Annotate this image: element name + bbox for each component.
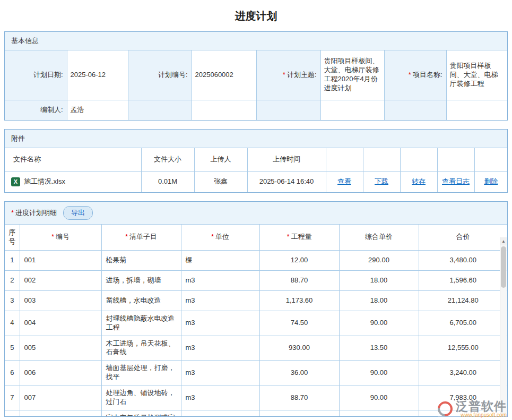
cell-code: 004 [20, 311, 101, 336]
plan-date-value: 2025-06-12 [67, 50, 128, 100]
cell-total: 7,750.00 [419, 410, 507, 417]
empty-label-cell [384, 100, 446, 120]
cell-unit: m3 [181, 311, 259, 336]
cell-index: 8 [5, 410, 20, 417]
col-action-empty [474, 148, 507, 171]
required-mark: * [287, 233, 289, 241]
required-mark: * [11, 209, 14, 217]
attachment-action-delete[interactable]: 删除 [484, 177, 498, 185]
details-col-unit-price: 综合单价 [339, 225, 419, 250]
empty-label-cell [256, 100, 320, 120]
scroll-up-icon[interactable]: ▲ [500, 237, 507, 245]
details-table: 序号*编号*清单子目*单位*工程量综合单价合价 1001松果菊棵12.00290… [5, 225, 507, 417]
project-name-label: *项目名称: [384, 50, 446, 100]
export-button[interactable]: 导出 [63, 206, 93, 220]
cell-unit-price: 90.00 [339, 311, 419, 336]
project-name-label-text: 项目名称: [413, 71, 442, 79]
attachment-action-cell: 查看 [326, 171, 363, 192]
details-header: *进度计划明细 导出 [5, 202, 507, 225]
empty-value-cell [446, 100, 507, 120]
cell-total: 1,596.60 [419, 270, 507, 290]
attachments-header-row: 文件名称 文件大小 上传人 上传时间 [5, 148, 507, 171]
details-scrollbar[interactable]: ▲ [500, 237, 507, 416]
cell-unit-price: 90.00 [339, 361, 419, 385]
cell-index: 5 [5, 336, 20, 361]
cell-index: 7 [5, 385, 20, 410]
attachments-table: 文件名称 文件大小 上传人 上传时间 X施工情况.xlsx0.01M张鑫2025… [5, 148, 507, 192]
scrollbar-thumb[interactable] [501, 246, 506, 288]
plan-subject-value: 贵阳项目样板间、大堂、电梯厅装修工程2020年4月份进度计划 [320, 50, 384, 100]
cell-quantity: 15.50 [259, 410, 339, 417]
plan-date-label: 计划日期: [5, 50, 67, 100]
details-col-index: 序号 [5, 225, 20, 250]
cell-item: 松果菊 [101, 250, 181, 270]
cell-unit-price: 500.00 [339, 410, 419, 417]
file-name-text: 施工情况.xlsx [24, 177, 65, 185]
cell-total: 7,983.00 [419, 385, 507, 410]
basic-info-panel: 基本信息 计划日期: 2025-06-12 计划编号: 2025060002 *… [4, 31, 508, 121]
cell-item: 凿线槽，水电改造 [101, 290, 181, 311]
cell-code: 006 [20, 361, 101, 385]
cell-code: 002 [20, 270, 101, 290]
cell-item: 墙面基层处理，打磨，找平 [101, 361, 181, 385]
attachment-action-transfer[interactable]: 转存 [412, 177, 426, 185]
details-row: 6006墙面基层处理，打磨，找平m336.0090.003,240.00 [5, 361, 507, 385]
basic-info-header: 基本信息 [5, 32, 507, 50]
cell-code: 001 [20, 250, 101, 270]
empty-value-cell [192, 100, 256, 120]
required-mark: * [283, 71, 285, 79]
plan-no-label: 计划编号: [128, 50, 192, 100]
cell-quantity: 88.70 [259, 270, 339, 290]
cell-unit-price: 90.00 [339, 385, 419, 410]
empty-label-cell [128, 100, 192, 120]
details-row: 4004封埋线槽隐蔽水电改造工程m374.5090.006,705.00 [5, 311, 507, 336]
plan-subject-label-text: 计划主题: [287, 71, 317, 79]
cell-index: 6 [5, 361, 20, 385]
details-row: 2002进场，拆墙，砌墙m388.7018.001,596.60 [5, 270, 507, 290]
cell-code: 003 [20, 290, 101, 311]
cell-unit: m3 [181, 361, 259, 385]
details-col-quantity: *工程量 [259, 225, 339, 250]
cell-quantity: 1,173.60 [259, 290, 339, 311]
cell-unit-price: 18.00 [339, 290, 419, 311]
details-col-unit: *单位 [181, 225, 259, 250]
required-mark: * [125, 233, 128, 241]
cell-item: 进场，拆墙，砌墙 [101, 270, 181, 290]
col-uploader: 上传人 [194, 148, 247, 171]
attachment-action-view[interactable]: 查看 [337, 177, 351, 185]
cell-unit: 棵 [181, 250, 259, 270]
cell-unit: m3 [181, 336, 259, 361]
cell-code: 005 [20, 336, 101, 361]
cell-unit-price: 18.00 [339, 270, 419, 290]
attachments-title: 附件 [11, 134, 25, 143]
cell-index: 3 [5, 290, 20, 311]
attachment-row: X施工情况.xlsx0.01M张鑫2025-06-14 16:40查看下载转存查… [5, 171, 507, 192]
cell-total: 6,705.00 [419, 311, 507, 336]
basic-info-row-1: 计划日期: 2025-06-12 计划编号: 2025060002 *计划主题:… [5, 50, 507, 100]
page-title: 进度计划 [0, 0, 512, 31]
empty-value-cell [320, 100, 384, 120]
details-header-row: 序号*编号*清单子目*单位*工程量综合单价合价 [5, 225, 507, 250]
cell-unit: m3 [181, 410, 259, 417]
attachments-body: X施工情况.xlsx0.01M张鑫2025-06-14 16:40查看下载转存查… [5, 171, 507, 192]
col-action-empty [326, 148, 363, 171]
attachment-action-cell: 查看日志 [437, 171, 474, 192]
col-file-size: 文件大小 [141, 148, 194, 171]
details-panel: *进度计划明细 导出 序号*编号*清单子目*单位*工程量综合单价合价 1001松… [4, 201, 508, 417]
plan-subject-label: *计划主题: [256, 50, 320, 100]
cell-item: 处理边角、铺设地砖，过门石 [101, 385, 181, 410]
cell-unit: m3 [181, 270, 259, 290]
plan-date-label-text: 计划日期: [33, 71, 63, 79]
attachment-action-download[interactable]: 下载 [375, 177, 388, 185]
details-title-text: 进度计划明细 [15, 209, 57, 217]
cell-code: 007 [20, 385, 101, 410]
attachment-action-view-log[interactable]: 查看日志 [442, 177, 470, 185]
cell-total: 3,240.00 [419, 361, 507, 385]
col-action-empty [400, 148, 437, 171]
attachments-header: 附件 [5, 130, 507, 148]
cell-index: 4 [5, 311, 20, 336]
attachment-action-cell: 转存 [400, 171, 437, 192]
required-mark: * [409, 71, 411, 79]
cell-unit: m3 [181, 385, 259, 410]
details-row: 5005木工进场，吊天花板、石膏线m3930.0013.5012,555.00 [5, 336, 507, 361]
